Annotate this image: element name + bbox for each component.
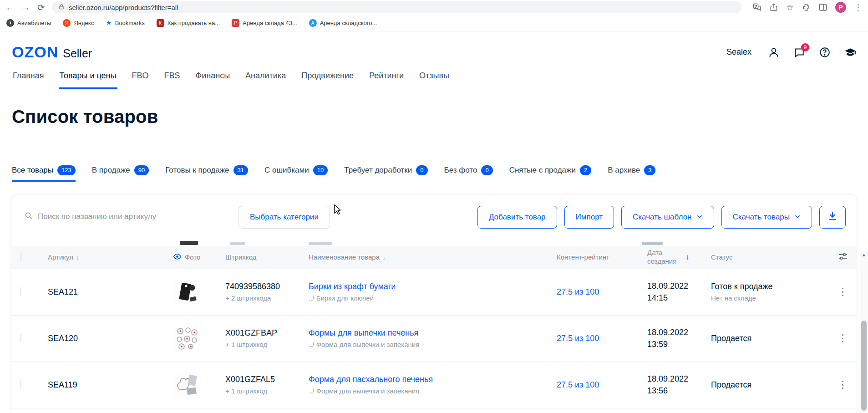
sort-created-icon[interactable]: ↓ <box>685 253 690 262</box>
product-photo[interactable] <box>173 372 200 398</box>
chevron-down-icon <box>794 213 801 222</box>
product-name-link[interactable]: Форма для пасхального печенья <box>309 375 549 384</box>
bookmark-aviabilety[interactable]: ✈ Авиабилеты <box>6 19 51 27</box>
bookmark-folder-bookmarks[interactable]: ★ Bookmarks <box>106 19 144 27</box>
bookmark-star-icon[interactable]: ☆ <box>786 3 794 12</box>
row-checkbox[interactable] <box>20 334 21 342</box>
translate-icon[interactable] <box>752 3 761 12</box>
download-icon <box>827 211 838 223</box>
filter-label: Требует доработки <box>344 166 412 175</box>
download-products-button[interactable]: Скачать товары <box>721 206 812 229</box>
chevron-down-icon <box>696 213 703 222</box>
row-menu-icon[interactable]: ⋮ <box>838 379 848 391</box>
col-created-label: Дата создания <box>647 249 680 266</box>
article-value: SEA119 <box>48 380 77 389</box>
filter-no-photo[interactable]: Без фото 0 <box>444 165 493 182</box>
download-template-button[interactable]: Скачать шаблон <box>621 206 714 229</box>
messages-badge: 9 <box>801 43 809 51</box>
browser-menu-icon[interactable]: ⋮ <box>854 3 863 12</box>
import-button[interactable]: Импорт <box>564 206 614 229</box>
filter-count-badge: 0 <box>481 165 492 175</box>
account-name[interactable]: Sealex <box>726 47 751 57</box>
download-products-label: Скачать товары <box>733 213 790 222</box>
nav-reytingi[interactable]: Рейтинги <box>368 68 405 89</box>
nav-otzyvy[interactable]: Отзывы <box>418 68 450 89</box>
address-bar[interactable]: seller.ozon.ru/app/products?filter=all <box>52 1 741 13</box>
back-icon[interactable]: ← <box>5 3 14 12</box>
share-icon[interactable] <box>769 3 778 12</box>
search-input[interactable] <box>38 212 228 221</box>
forward-icon[interactable]: → <box>21 3 30 12</box>
nav-prodvizhenie[interactable]: Продвижение <box>300 68 355 89</box>
ozon-seller-logo[interactable]: OZON Seller <box>12 43 92 61</box>
globe-icon: ✈ <box>6 19 14 27</box>
app-header: OZON Seller Sealex 9 <box>0 31 868 61</box>
table-scrollbar[interactable]: ▲ <box>860 251 868 413</box>
row-checkbox[interactable] <box>20 380 21 389</box>
side-panel-icon[interactable] <box>818 3 827 12</box>
created-date: 18.09.2022 <box>647 326 706 338</box>
add-product-button[interactable]: Добавить товар <box>477 206 557 229</box>
content-rating-link[interactable]: 27.5 из 100 <box>557 380 599 389</box>
column-settings-icon[interactable] <box>838 251 848 263</box>
products-card: Выбрать категории Добавить товар Импорт … <box>11 194 857 413</box>
eye-icon[interactable] <box>173 252 182 262</box>
filter-on-sale[interactable]: В продаже 90 <box>92 165 149 182</box>
nav-tovary-i-tseny[interactable]: Товары и цены <box>59 68 117 89</box>
select-categories-button[interactable]: Выбрать категории <box>239 206 330 229</box>
next-row-edge <box>11 408 857 413</box>
nav-fbs[interactable]: FBS <box>163 68 181 89</box>
profile-icon[interactable] <box>768 46 780 58</box>
logo-seller: Seller <box>63 47 92 60</box>
product-name-link[interactable]: Формы для выпечки печенья <box>309 328 549 338</box>
created-date: 18.09.2022 <box>647 373 706 385</box>
select-all-checkbox[interactable] <box>20 253 21 261</box>
row-menu-icon[interactable]: ⋮ <box>838 332 848 344</box>
created-time: 14:15 <box>647 292 706 304</box>
nav-glavnaya[interactable]: Главная <box>12 68 45 89</box>
download-template-label: Скачать шаблон <box>633 213 692 222</box>
barcode-value: 740939586380 <box>225 282 305 291</box>
filter-removed-from-sale[interactable]: Снятые с продажи 2 <box>509 165 592 182</box>
extensions-icon[interactable] <box>802 3 811 12</box>
bookmark-arenda-sklada[interactable]: Р Аренда склада 43... <box>232 19 297 27</box>
help-icon[interactable] <box>819 46 831 58</box>
nav-finansy[interactable]: Финансы <box>195 68 231 89</box>
search-field[interactable] <box>22 207 229 227</box>
article-value: SEA121 <box>48 287 78 296</box>
reload-icon[interactable]: ⟳ <box>37 3 45 12</box>
scrollbar-thumb[interactable] <box>861 321 867 411</box>
download-file-button[interactable] <box>819 206 846 229</box>
bookmark-label: Bookmarks <box>115 20 145 26</box>
bookmark-yandex[interactable]: Я Яндекс <box>63 19 94 27</box>
row-menu-icon[interactable]: ⋮ <box>838 286 848 298</box>
profile-avatar[interactable]: P <box>835 2 846 13</box>
star-icon: ★ <box>106 19 112 27</box>
content-rating-link[interactable]: 27.5 из 100 <box>557 287 599 296</box>
education-icon[interactable] <box>844 46 856 58</box>
content-rating-link[interactable]: 27.5 из 100 <box>557 334 599 343</box>
product-name-link[interactable]: Бирки из крафт бумаги <box>309 282 549 291</box>
row-checkbox[interactable] <box>20 287 21 296</box>
filter-with-errors[interactable]: С ошибками 10 <box>264 165 328 182</box>
filter-all-products[interactable]: Все товары 123 <box>12 165 76 182</box>
scroll-up-icon[interactable]: ▲ <box>861 252 867 258</box>
logo-ozon: OZON <box>12 43 58 61</box>
product-photo[interactable] <box>173 279 200 305</box>
url-text: seller.ozon.ru/app/products?filter=all <box>69 4 178 11</box>
messages-icon[interactable]: 9 <box>793 46 805 58</box>
filter-ready-for-sale[interactable]: Готовы к продаже 31 <box>165 165 248 182</box>
search-icon <box>24 211 33 222</box>
yandex-icon: Я <box>63 19 71 27</box>
sort-article-icon[interactable]: ↓ <box>76 253 80 261</box>
bookmark-kak-prodavat[interactable]: К Как продавать на... <box>157 19 220 27</box>
nav-analitika[interactable]: Аналитика <box>244 68 287 89</box>
bookmark-arenda-skladskogo[interactable]: А Аренда складского... <box>309 19 377 27</box>
filter-count-badge: 10 <box>313 165 328 175</box>
filter-needs-work[interactable]: Требует доработки 0 <box>344 165 427 182</box>
product-photo[interactable] <box>173 325 200 352</box>
filter-archived[interactable]: В архиве 3 <box>608 165 655 182</box>
sort-name-icon[interactable]: ↓ <box>382 253 386 261</box>
nav-fbo[interactable]: FBO <box>131 68 150 89</box>
created-time: 13:56 <box>647 385 706 397</box>
